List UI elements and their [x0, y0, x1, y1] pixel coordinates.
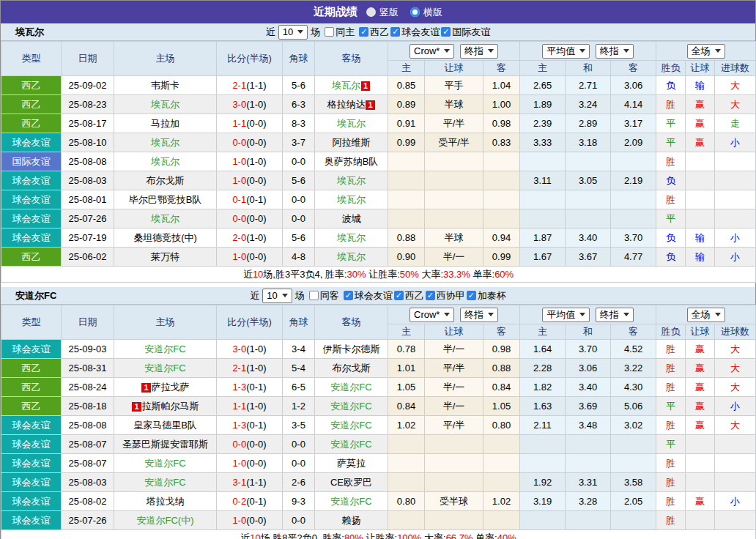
table-row: 西乙25-08-181拉斯帕尔马斯1-1(1-0)1-2安道尔FC0.84半/一…	[1, 397, 756, 416]
same-venue-filter: 同主	[325, 26, 355, 39]
avg-source-select[interactable]: 平均值	[542, 44, 590, 59]
same-venue-checkbox[interactable]	[325, 27, 334, 37]
match-count-select[interactable]: 10	[262, 289, 292, 303]
odds-handicap	[425, 152, 483, 171]
corner-count: 1-2	[283, 397, 315, 416]
summary-text: 近	[243, 269, 253, 280]
result-outcome: 胜	[656, 340, 686, 359]
result-handicap: 赢	[686, 397, 715, 416]
select-value: Crow*	[414, 308, 440, 321]
filter-bar: 近 10 场 同主 ✓西乙✓球会友谊✓国际友谊	[266, 25, 490, 40]
result-outcome: 平	[656, 435, 686, 454]
match-date: 25-08-02	[62, 492, 114, 511]
result-outcome: 平	[656, 209, 686, 228]
league-filter-checkbox[interactable]: ✓	[390, 27, 400, 37]
league-type-badge: 国际友谊	[1, 152, 62, 171]
odds-source-select[interactable]: Crow*	[410, 308, 454, 322]
layout-vertical-radio[interactable]: 竖版	[366, 6, 399, 19]
away-team: 布尔戈斯	[315, 359, 388, 378]
match-date: 25-09-02	[62, 76, 114, 95]
fulltime-score: 2-1	[232, 80, 246, 91]
col-result-handicap: 让球	[686, 324, 715, 340]
odds-home: 0.88	[388, 228, 425, 248]
odds-away	[483, 209, 520, 228]
league-filter-checkbox[interactable]: ✓	[394, 291, 404, 300]
home-team: 埃瓦尔	[114, 133, 217, 152]
league-filter-checkbox[interactable]: ✓	[344, 291, 353, 300]
avg-source-select[interactable]: 平均值	[542, 308, 590, 322]
avg-home: 3.11	[520, 171, 566, 190]
select-value: 全场	[692, 45, 711, 58]
league-filter-checkbox[interactable]: ✓	[426, 291, 435, 300]
avg-final-select[interactable]: 终指	[596, 308, 634, 322]
avg-home: 3.19	[520, 492, 566, 511]
odds-handicap	[425, 511, 483, 530]
home-team-name: 安道尔FC	[144, 363, 185, 373]
odds-away: 1.00	[483, 95, 520, 114]
avg-draw	[566, 454, 611, 473]
avg-home: 1.87	[520, 228, 566, 248]
odds-away: 0.94	[483, 228, 520, 248]
corner-count: 4-8	[283, 248, 315, 267]
match-score: 2-1(1-1)	[217, 76, 283, 95]
table-row: 西乙25-08-17马拉加1-1(0-0)8-3埃瓦尔0.91平/半0.982.…	[1, 114, 756, 133]
halftime-score: (0-0)	[246, 175, 266, 186]
league-filter-checkbox[interactable]: ✓	[441, 27, 451, 37]
col-type: 类型	[1, 42, 62, 76]
home-team: 布尔戈斯	[114, 171, 217, 190]
avg-away: 4.77	[611, 248, 656, 267]
fulltime-score: 1-3	[232, 382, 246, 393]
home-team-name: 布尔戈斯	[147, 175, 185, 186]
away-team-name: 安道尔FC	[330, 401, 371, 412]
avg-away: 3.22	[611, 359, 656, 378]
odds-final-select[interactable]: 终指	[460, 44, 498, 59]
same-venue-checkbox[interactable]	[309, 291, 319, 300]
scope-select[interactable]: 全场	[687, 44, 725, 59]
table-row: 球会友谊25-09-03安道尔FC3-0(1-0)3-4伊斯卡尔德斯0.78半/…	[1, 340, 756, 359]
avg-home: 3.33	[520, 133, 566, 152]
result-outcome: 胜	[656, 416, 686, 435]
odds-source-select[interactable]: Crow*	[410, 44, 454, 59]
match-score: 3-0(1-0)	[217, 95, 283, 114]
layout-horizontal-radio[interactable]: 横版	[410, 6, 442, 19]
col-corner: 角球	[283, 305, 315, 340]
home-team: 安道尔FC	[114, 359, 217, 378]
match-score: 0-0(0-0)	[217, 435, 283, 454]
away-team-name: 赖扬	[342, 515, 361, 526]
col-odds-away: 客	[483, 61, 520, 76]
corner-count: 3-4	[283, 340, 315, 359]
odds-final-select[interactable]: 终指	[460, 308, 498, 322]
result-handicap: 输	[686, 76, 715, 95]
avg-away: 3.02	[611, 416, 656, 435]
summary-row: 近10场,胜3平3负4, 胜率:30% 让胜率:50% 大率:33.3% 单率:…	[1, 267, 756, 283]
home-team: 塔拉戈纳	[114, 492, 217, 511]
fulltime-score: 0-0	[232, 137, 246, 148]
fulltime-score: 0-1	[232, 194, 246, 205]
match-count-select[interactable]: 10	[278, 25, 308, 40]
result-handicap: 赢	[686, 133, 715, 152]
radio-horizontal-label: 横版	[423, 6, 442, 19]
match-score: 1-0(0-0)	[217, 511, 283, 530]
odds-away: 0.84	[483, 378, 520, 397]
summary-text: 66.7%	[446, 532, 473, 539]
scope-select[interactable]: 全场	[687, 308, 725, 322]
avg-final-select[interactable]: 终指	[596, 44, 634, 59]
league-filter-checkbox[interactable]: ✓	[467, 291, 476, 300]
league-type-badge: 球会友谊	[1, 492, 62, 511]
avg-draw: 3.69	[566, 397, 611, 416]
chevron-down-icon	[623, 313, 629, 316]
odds-handicap	[425, 435, 483, 454]
results-table: 类型 日期 主场 比分(半场) 角球 客场 Crow* 终指 平均值 终指	[1, 305, 756, 539]
away-team: 波城	[315, 209, 388, 228]
result-goals: 走	[715, 114, 756, 133]
fulltime-score: 2-0	[232, 232, 246, 243]
corner-count: 0-0	[283, 209, 315, 228]
odds-away: 0.88	[483, 359, 520, 378]
avg-home	[520, 152, 566, 171]
home-team: 莱万特	[114, 248, 217, 267]
chevron-down-icon	[444, 49, 450, 53]
col-home: 主场	[114, 42, 217, 76]
team-name: 埃瓦尔	[15, 26, 44, 39]
league-type-badge: 球会友谊	[1, 190, 62, 209]
league-filter-checkbox[interactable]: ✓	[359, 27, 368, 37]
